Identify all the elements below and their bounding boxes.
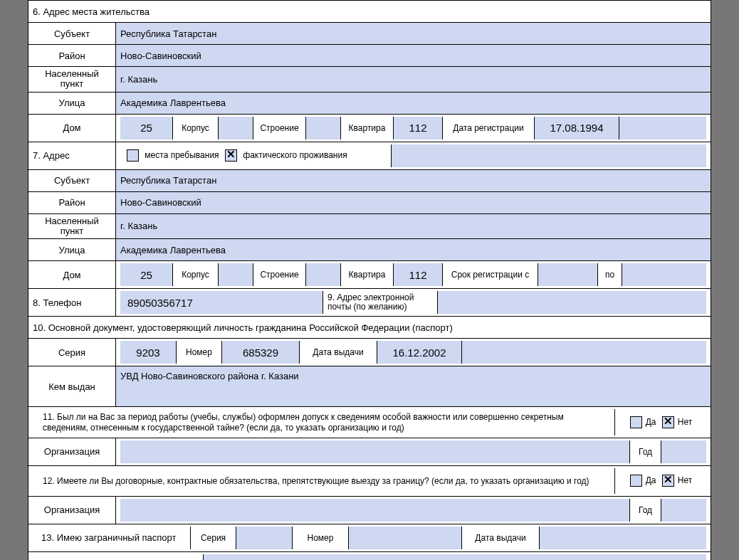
label-city-6: Населенный пункт — [28, 67, 116, 93]
label-house-6: Дом — [28, 114, 116, 142]
label-org-12: Организация — [28, 496, 116, 524]
sec7-title: 7. Адрес — [28, 142, 116, 169]
label-issued-10: Кем выдан — [28, 366, 116, 407]
sec12-yn: Да Нет — [615, 468, 707, 494]
field-subject-7[interactable]: Республика Татарстан — [116, 169, 711, 191]
field-house-6[interactable]: 25 — [120, 117, 173, 139]
label-street-7: Улица — [28, 239, 116, 261]
label-term-to: по — [598, 263, 622, 286]
sec7-blank — [392, 144, 707, 167]
label-date-10: Дата выдачи — [300, 341, 377, 364]
label-city-7: Населенный пункт — [28, 213, 116, 239]
label-house-7: Дом — [28, 261, 116, 289]
field-number-13[interactable] — [349, 527, 462, 549]
field-city-6[interactable]: г. Казань — [116, 67, 711, 93]
checkbox-actual[interactable] — [225, 149, 237, 162]
label-building-7: Строение — [253, 263, 306, 286]
sec8-label: 8. Телефон — [28, 289, 116, 317]
label-term-7: Срок регистрации с — [443, 263, 538, 286]
label-flat-7: Квартира — [341, 263, 394, 286]
field-date-13[interactable] — [540, 527, 707, 549]
label-flat-6: Квартира — [341, 117, 394, 139]
sec11-yn: Да Нет — [615, 409, 707, 435]
label-subject-7: Субъект — [28, 169, 116, 191]
field-building-7[interactable] — [306, 263, 341, 286]
field-term-to[interactable] — [622, 263, 707, 286]
field-organ-13[interactable] — [204, 554, 707, 560]
field-number-10[interactable]: 685329 — [222, 341, 300, 364]
label-district-7: Район — [28, 191, 116, 213]
label-series-10: Серия — [28, 339, 116, 366]
sec7-options: места пребывания фактического проживания — [120, 144, 392, 167]
field-series-10[interactable]: 9203 — [120, 341, 177, 364]
field-issued-10[interactable]: УВД Ново-Савиновского района г. Казани — [116, 366, 711, 407]
field-org-11[interactable] — [120, 440, 630, 463]
field-district-7[interactable]: Ново-Савиновский — [116, 191, 711, 213]
sec6-title: 6. Адрес места жительства — [28, 1, 711, 23]
field-street-6[interactable]: Академика Лаврентьева — [116, 92, 711, 114]
checkbox-12-yes[interactable] — [630, 475, 642, 487]
label-date-13: Дата выдачи — [462, 527, 540, 549]
field-year-12[interactable] — [661, 499, 707, 522]
label-number-13: Номер — [293, 527, 349, 549]
sec12-text: 12. Имеете ли Вы договорные, контрактные… — [33, 468, 615, 494]
label-organ-13: Орган, выдавший паспорт — [33, 554, 204, 560]
checkbox-stay[interactable] — [127, 149, 139, 162]
field-district-6[interactable]: Ново-Савиновский — [116, 45, 711, 67]
label-korpus-6: Корпус — [173, 117, 219, 139]
field-email[interactable] — [438, 291, 707, 314]
label-district-6: Район — [28, 45, 116, 67]
sec9-label: 9. Адрес электронной почты (по желанию) — [323, 291, 438, 314]
label-number-10: Номер — [177, 341, 222, 364]
label-year-11: Год — [630, 440, 661, 463]
blank-6 — [619, 117, 707, 139]
label-subject-6: Субъект — [28, 23, 116, 45]
sec13-title: 13. Имею заграничный паспорт — [33, 527, 191, 549]
field-regdate-6[interactable]: 17.08.1994 — [535, 117, 619, 139]
field-phone[interactable]: 89050356717 — [120, 291, 323, 314]
field-series-13[interactable] — [236, 527, 293, 549]
label-street-6: Улица — [28, 92, 116, 114]
field-korpus-7[interactable] — [219, 263, 253, 286]
field-org-12[interactable] — [120, 499, 630, 522]
sec10-title: 10. Основной документ, удостоверяющий ли… — [28, 317, 711, 339]
label-year-12: Год — [630, 499, 661, 522]
checkbox-11-yes[interactable] — [630, 416, 642, 428]
field-year-11[interactable] — [661, 440, 707, 463]
field-street-7[interactable]: Академика Лаврентьева — [116, 239, 711, 261]
checkbox-12-no[interactable] — [662, 475, 674, 487]
label-series-13: Серия — [191, 527, 236, 549]
field-date-10[interactable]: 16.12.2002 — [377, 341, 462, 364]
label-org-11: Организация — [28, 438, 116, 465]
field-city-7[interactable]: г. Казань — [116, 213, 711, 239]
label-korpus-7: Корпус — [173, 263, 219, 286]
field-flat-7[interactable]: 112 — [394, 263, 443, 286]
field-house-7[interactable]: 25 — [120, 263, 173, 286]
field-flat-6[interactable]: 112 — [394, 117, 443, 139]
field-subject-6[interactable]: Республика Татарстан — [116, 23, 711, 45]
field-building-6[interactable] — [306, 117, 341, 139]
sec11-text: 11. Был ли на Вас за период работы (учеб… — [33, 409, 615, 435]
label-regdate-6: Дата регистрации — [443, 117, 535, 139]
field-korpus-6[interactable] — [219, 117, 253, 139]
checkbox-11-no[interactable] — [662, 416, 674, 428]
field-term-from[interactable] — [538, 263, 598, 286]
blank-10 — [462, 341, 707, 364]
label-building-6: Строение — [253, 117, 306, 139]
